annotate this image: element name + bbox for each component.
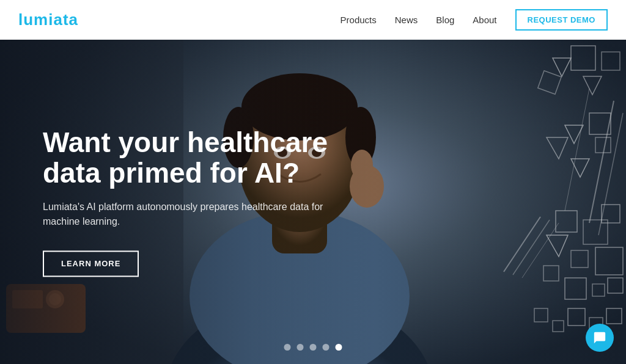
site-header: lumiata Products News Blog About REQUEST… bbox=[0, 0, 626, 40]
svg-rect-34 bbox=[556, 211, 577, 232]
svg-rect-46 bbox=[568, 308, 585, 326]
svg-marker-22 bbox=[602, 52, 620, 70]
svg-line-33 bbox=[565, 89, 589, 211]
svg-rect-45 bbox=[553, 321, 564, 332]
svg-marker-29 bbox=[547, 137, 568, 159]
site-logo[interactable]: lumiata bbox=[18, 10, 78, 29]
svg-marker-24 bbox=[583, 76, 602, 95]
nav-item-news[interactable]: News bbox=[395, 15, 418, 25]
learn-more-button[interactable]: LEARN MORE bbox=[43, 250, 139, 277]
svg-rect-43 bbox=[608, 278, 623, 293]
svg-rect-44 bbox=[534, 308, 548, 322]
svg-marker-23 bbox=[553, 58, 571, 76]
carousel-dot-4[interactable] bbox=[323, 344, 330, 351]
hero-section: Want your healthcare data primed for AI?… bbox=[0, 40, 626, 364]
svg-line-49 bbox=[504, 217, 540, 272]
svg-marker-37 bbox=[547, 235, 568, 257]
hero-subtitle: Lumiata's AI platform autonomously prepa… bbox=[43, 200, 342, 229]
svg-rect-42 bbox=[592, 284, 605, 296]
nav-item-about[interactable]: About bbox=[473, 15, 496, 25]
chat-icon bbox=[593, 331, 606, 344]
geometric-decorations bbox=[381, 40, 626, 364]
request-demo-button[interactable]: REQUEST DEMO bbox=[515, 9, 608, 31]
svg-rect-41 bbox=[565, 278, 586, 299]
carousel-dot-3[interactable] bbox=[310, 344, 317, 351]
chat-button[interactable] bbox=[586, 324, 614, 352]
svg-rect-38 bbox=[571, 250, 588, 268]
svg-rect-25 bbox=[538, 71, 561, 94]
svg-line-50 bbox=[513, 220, 550, 275]
hero-title: Want your healthcare data primed for AI? bbox=[43, 127, 342, 189]
svg-rect-39 bbox=[595, 247, 623, 275]
hero-content: Want your healthcare data primed for AI?… bbox=[43, 127, 342, 277]
nav-item-products[interactable]: Products bbox=[341, 15, 377, 25]
carousel-dot-1[interactable] bbox=[284, 344, 291, 351]
svg-marker-21 bbox=[571, 46, 595, 70]
carousel-pagination bbox=[284, 344, 342, 351]
nav-item-blog[interactable]: Blog bbox=[436, 15, 454, 25]
main-nav: Products News Blog About REQUEST DEMO bbox=[341, 9, 608, 31]
carousel-dot-2[interactable] bbox=[297, 344, 304, 351]
svg-rect-28 bbox=[595, 137, 611, 153]
carousel-dot-5[interactable] bbox=[336, 344, 342, 351]
svg-line-51 bbox=[522, 223, 559, 278]
svg-rect-40 bbox=[543, 266, 559, 281]
svg-rect-35 bbox=[583, 220, 608, 244]
svg-rect-48 bbox=[606, 308, 622, 324]
